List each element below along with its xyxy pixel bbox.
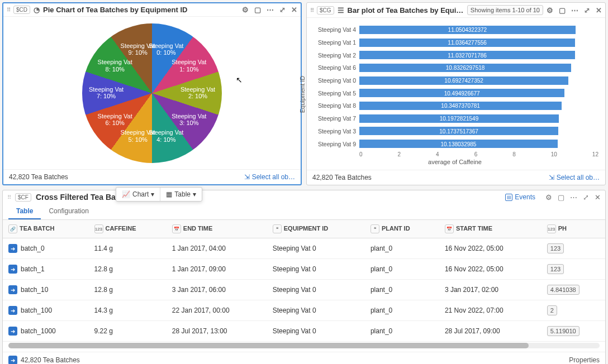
- table-row[interactable]: ➜batch_112.8 g1 Jan 2017, 09:00Steeping …: [3, 259, 605, 280]
- events-button[interactable]: ▤ Events: [505, 193, 535, 201]
- bar-chart[interactable]: Equipment ID Steeping Vat 411.0504322372…: [311, 23, 598, 165]
- pie-slice-label: Steeping Vat1: 10%: [170, 59, 207, 73]
- bar-segment[interactable]: 10.138032985: [359, 140, 558, 148]
- column-header[interactable]: 123PH: [542, 220, 605, 238]
- bar-segment[interactable]: 10.8326297518: [359, 64, 571, 72]
- pie-slice-label: Steeping Vat6: 10%: [97, 113, 134, 127]
- bar-row[interactable]: Steeping Vat 010.6927427352: [311, 75, 598, 85]
- bar-category-label: Steeping Vat 1: [311, 39, 356, 46]
- bar-segment[interactable]: 11.0364277556: [359, 39, 575, 47]
- close-icon[interactable]: ✕: [596, 6, 602, 15]
- table-view-button[interactable]: ▦ Table ▾: [160, 188, 202, 201]
- presentation-icon[interactable]: ▢: [559, 6, 566, 15]
- expand-icon[interactable]: ⤢: [279, 6, 286, 14]
- bar-category-label: Steeping Vat 3: [311, 128, 356, 135]
- tab-configuration[interactable]: Configuration: [41, 204, 96, 219]
- properties-link[interactable]: Properties: [569, 356, 600, 364]
- presentation-icon[interactable]: ▢: [558, 193, 564, 202]
- pie-chart[interactable]: Steeping Vat0: 10%Steeping Vat1: 10%Stee…: [82, 23, 222, 163]
- column-header[interactable]: ❝PLANT ID: [365, 220, 439, 238]
- horizontal-scrollbar[interactable]: [8, 343, 600, 348]
- column-type-icon: 🔗: [8, 224, 17, 233]
- table-row[interactable]: ➜batch_10014.3 g22 Jan 2017, 00:00Steepi…: [3, 300, 605, 321]
- bar-row[interactable]: Steeping Vat 710.1972821549: [311, 113, 598, 123]
- bar-row[interactable]: Steeping Vat 510.494926677: [311, 88, 598, 98]
- batch-link-icon[interactable]: ➜: [8, 327, 17, 336]
- bar-segment[interactable]: 10.494926677: [359, 89, 564, 97]
- batch-link-icon[interactable]: ➜: [8, 285, 17, 294]
- drag-handle-icon[interactable]: ⠿: [310, 7, 314, 13]
- bar-row[interactable]: Steeping Vat 910.138032985: [311, 139, 598, 149]
- more-icon[interactable]: ⋯: [571, 6, 578, 15]
- bar-segment[interactable]: 10.1737517367: [359, 127, 558, 135]
- bar-row[interactable]: Steeping Vat 310.1737517367: [311, 126, 598, 136]
- bar-x-axis: 024681012: [359, 151, 598, 157]
- gear-icon[interactable]: ⚙: [545, 193, 552, 202]
- column-header[interactable]: 123CAFFEINE: [89, 220, 167, 238]
- close-icon[interactable]: ✕: [595, 193, 601, 202]
- bar-row[interactable]: Steeping Vat 810.3487370781: [311, 100, 598, 111]
- axis-tick: 0: [359, 151, 363, 157]
- gear-icon[interactable]: ⚙: [547, 6, 553, 15]
- bar-chart-body[interactable]: Equipment ID Steeping Vat 411.0504322372…: [307, 18, 605, 170]
- close-icon[interactable]: ✕: [291, 6, 297, 14]
- bar-segment[interactable]: 10.1972821549: [359, 114, 559, 123]
- chart-icon: 📈: [122, 190, 130, 198]
- bar-row[interactable]: Steeping Vat 411.0504322372: [311, 25, 598, 35]
- column-type-icon: 📅: [445, 224, 454, 233]
- ph-value: 4.841038: [547, 285, 580, 295]
- bar-category-label: Steeping Vat 4: [311, 26, 356, 33]
- drag-handle-icon[interactable]: ⠿: [7, 7, 10, 13]
- table-panel: 📈 Chart ▾ ▦ Table ▾ ⠿ $CF Cross Filtered…: [2, 190, 606, 364]
- bar-value-label: 11.0364277556: [448, 40, 487, 46]
- column-header[interactable]: 🔗TEA BATCH: [3, 220, 89, 238]
- bar-segment[interactable]: 11.0504322372: [359, 26, 576, 34]
- batch-link-icon[interactable]: ➜: [8, 306, 17, 315]
- column-type-icon: 📅: [172, 224, 181, 233]
- pie-slice-label: Steeping Vat4: 10%: [148, 130, 184, 143]
- more-icon[interactable]: ⋯: [267, 6, 274, 14]
- bar-row[interactable]: Steeping Vat 111.0364277556: [311, 37, 598, 47]
- bar-row[interactable]: Steeping Vat 610.8326297518: [311, 63, 598, 73]
- gear-icon[interactable]: ⚙: [242, 6, 249, 14]
- scrollbar-thumb[interactable]: [8, 343, 529, 348]
- filter-icon: ⇲: [244, 173, 250, 181]
- pie-chart-body[interactable]: Steeping Vat0: 10%Steeping Vat1: 10%Stee…: [3, 17, 301, 169]
- pie-slice-label: Steeping Vat7: 10%: [88, 86, 125, 100]
- pie-slice-label: Steeping Vat3: 10%: [170, 113, 207, 127]
- bar-segment[interactable]: 10.3487370781: [359, 102, 562, 110]
- pie-slice-label: Steeping Vat5: 10%: [120, 130, 156, 143]
- select-all-link[interactable]: ⇲ Select all ob…: [549, 174, 600, 181]
- data-table: 🔗TEA BATCH123CAFFEINE📅END TIME❝EQUIPMENT…: [3, 220, 605, 342]
- table-row[interactable]: ➜batch_1012.8 g3 Jan 2017, 06:00Steeping…: [3, 280, 605, 300]
- expand-icon[interactable]: ⤢: [584, 6, 590, 15]
- bar-category-label: Steeping Vat 2: [311, 52, 356, 59]
- tab-table[interactable]: Table: [8, 204, 41, 219]
- expand-icon[interactable]: ⤢: [583, 193, 589, 202]
- bar-row[interactable]: Steeping Vat 211.0327071786: [311, 50, 598, 60]
- more-icon[interactable]: ⋯: [570, 193, 577, 202]
- column-header[interactable]: 📅END TIME: [167, 220, 267, 238]
- bar-value-label: 10.494926677: [444, 90, 480, 96]
- ph-value: 123: [547, 243, 564, 253]
- bar-segment[interactable]: 11.0327071786: [359, 51, 575, 59]
- pie-panel-header: ⠿ $CD ◔ Pie Chart of Tea Batches by Equi…: [3, 3, 301, 17]
- table-row[interactable]: ➜batch_10009.22 g28 Jul 2017, 13:00Steep…: [3, 321, 605, 342]
- bar-segment[interactable]: 10.6927427352: [359, 76, 568, 85]
- table-row[interactable]: ➜batch_011.4 g1 Jan 2017, 04:00Steeping …: [3, 238, 605, 259]
- bar-category-label: Steeping Vat 8: [311, 102, 356, 109]
- select-all-link[interactable]: ⇲ Select all ob…: [244, 173, 295, 181]
- items-badge: Showing items 1-10 of 10: [467, 5, 543, 15]
- pie-slice-label: Steeping Vat2: 10%: [179, 86, 216, 100]
- column-header[interactable]: ❝EQUIPMENT ID: [267, 220, 365, 238]
- presentation-icon[interactable]: ▢: [254, 6, 261, 14]
- chart-view-button[interactable]: 📈 Chart ▾: [116, 188, 160, 201]
- tabs: Table Configuration: [3, 204, 605, 220]
- axis-tick: 8: [512, 151, 516, 157]
- column-type-icon: 123: [94, 224, 103, 233]
- batch-link-icon[interactable]: ➜: [8, 244, 17, 253]
- cursor-icon: ↖: [236, 75, 243, 84]
- drag-handle-icon[interactable]: ⠿: [7, 194, 11, 200]
- column-header[interactable]: 📅START TIME: [439, 220, 542, 238]
- batch-link-icon[interactable]: ➜: [8, 265, 17, 274]
